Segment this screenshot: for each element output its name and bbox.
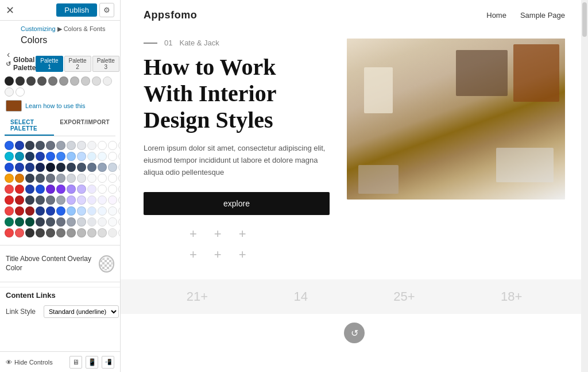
close-button[interactable]: ✕ bbox=[6, 4, 14, 17]
sw-db10[interactable] bbox=[98, 163, 107, 172]
sw-rb12[interactable] bbox=[118, 206, 120, 216]
sw-gr10[interactable] bbox=[98, 217, 107, 227]
sw-rg10[interactable] bbox=[98, 228, 107, 237]
swatch-off-white[interactable] bbox=[5, 87, 14, 97]
palette-tab-1[interactable]: Palette 1 bbox=[36, 56, 63, 72]
overlay-color-picker[interactable] bbox=[99, 255, 114, 273]
sw-a5[interactable] bbox=[46, 174, 55, 183]
sw-rb2[interactable] bbox=[15, 206, 24, 216]
sw-ri5[interactable] bbox=[46, 195, 55, 205]
sw-ri3[interactable] bbox=[25, 195, 34, 205]
sw-db5[interactable] bbox=[46, 163, 55, 172]
sw-rb10[interactable] bbox=[98, 206, 107, 216]
settings-button[interactable]: ⚙ bbox=[99, 3, 114, 17]
sw-slate2[interactable] bbox=[36, 141, 45, 150]
sw-bl3[interactable] bbox=[46, 152, 55, 161]
sw-wh3[interactable] bbox=[118, 141, 120, 150]
sw-db1[interactable] bbox=[5, 163, 14, 172]
sw-ri9[interactable] bbox=[87, 195, 96, 205]
sw-rb8[interactable] bbox=[77, 206, 86, 216]
sw-rg12[interactable] bbox=[118, 228, 120, 237]
sw-cyan1[interactable] bbox=[5, 152, 14, 161]
sw-slate3[interactable] bbox=[46, 141, 55, 150]
sw-rg3[interactable] bbox=[25, 228, 34, 237]
sw-a8[interactable] bbox=[77, 174, 86, 183]
breadcrumb-customizing[interactable]: Customizing bbox=[21, 25, 56, 32]
sw-rg11[interactable] bbox=[108, 228, 117, 237]
sw-bl4[interactable] bbox=[56, 152, 65, 161]
sw-purple1[interactable] bbox=[46, 185, 55, 194]
sw-gr9[interactable] bbox=[87, 217, 96, 227]
sw-navy2[interactable] bbox=[36, 152, 45, 161]
sw-a12[interactable] bbox=[118, 174, 120, 183]
palette-tab-2[interactable]: Palette 2 bbox=[64, 56, 91, 72]
sw-ri8[interactable] bbox=[77, 195, 86, 205]
sw-rg9[interactable] bbox=[87, 228, 96, 237]
sw-lb2[interactable] bbox=[77, 152, 86, 161]
sw-rb9[interactable] bbox=[87, 206, 96, 216]
sw-lb1[interactable] bbox=[67, 152, 76, 161]
sw-rp12[interactable] bbox=[118, 185, 120, 194]
swatch-light[interactable] bbox=[81, 76, 90, 86]
sw-red2[interactable] bbox=[15, 185, 24, 194]
sw-rb4[interactable] bbox=[36, 206, 45, 216]
palette-tab-3[interactable]: Palette 3 bbox=[92, 56, 119, 72]
sw-violet3[interactable] bbox=[87, 185, 96, 194]
tab-export-import[interactable]: EXPORT/IMPORT bbox=[54, 116, 115, 136]
sw-gr11[interactable] bbox=[108, 217, 117, 227]
sw-gray3[interactable] bbox=[77, 141, 86, 150]
sw-rb7[interactable] bbox=[67, 206, 76, 216]
hide-controls-button[interactable]: 👁 Hide Controls bbox=[6, 359, 53, 366]
swatch-d3[interactable] bbox=[37, 76, 47, 86]
sw-a3[interactable] bbox=[25, 174, 34, 183]
back-button[interactable]: ‹ bbox=[7, 49, 10, 60]
sw-gr6[interactable] bbox=[56, 217, 65, 227]
sw-gray1[interactable] bbox=[56, 141, 65, 150]
sw-db7[interactable] bbox=[67, 163, 76, 172]
sw-cyan2[interactable] bbox=[15, 152, 24, 161]
publish-button[interactable]: Publish bbox=[56, 3, 97, 17]
tablet-icon[interactable]: 📱 bbox=[86, 356, 98, 369]
sw-gr1[interactable] bbox=[5, 217, 14, 227]
preview-scrollbar[interactable] bbox=[581, 0, 588, 372]
swatch-d2[interactable] bbox=[26, 76, 36, 86]
sw-db12[interactable] bbox=[118, 163, 120, 172]
sw-wh2[interactable] bbox=[108, 141, 117, 150]
sw-a4[interactable] bbox=[36, 174, 45, 183]
sw-gr12[interactable] bbox=[118, 217, 120, 227]
swatch-black[interactable] bbox=[5, 76, 14, 86]
sw-db6[interactable] bbox=[56, 163, 65, 172]
sw-blue1[interactable] bbox=[5, 141, 14, 150]
sw-slate1[interactable] bbox=[25, 141, 34, 150]
swatch-lighter[interactable] bbox=[92, 76, 101, 86]
desktop-icon[interactable]: 🖥 bbox=[69, 356, 82, 369]
sw-rb1[interactable] bbox=[5, 206, 14, 216]
sw-ri12[interactable] bbox=[118, 195, 120, 205]
sw-db4[interactable] bbox=[36, 163, 45, 172]
sw-rp3[interactable] bbox=[25, 185, 34, 194]
sw-gr2[interactable] bbox=[15, 217, 24, 227]
sw-rg5[interactable] bbox=[46, 228, 55, 237]
swatch-gray[interactable] bbox=[48, 76, 57, 86]
link-style-select[interactable]: Standard (underline) None Bold Italic bbox=[44, 305, 119, 318]
swatch-silver[interactable] bbox=[70, 76, 79, 86]
sw-rg1[interactable] bbox=[5, 228, 14, 237]
sw-a10[interactable] bbox=[98, 174, 107, 183]
preview-explore-button[interactable]: explore bbox=[144, 192, 330, 215]
sw-blue2[interactable] bbox=[15, 141, 24, 150]
mobile-icon[interactable]: 📲 bbox=[102, 356, 114, 369]
nav-link-home[interactable]: Home bbox=[486, 11, 506, 20]
sw-wh1[interactable] bbox=[98, 141, 107, 150]
sw-ri2[interactable] bbox=[15, 195, 24, 205]
sw-rg8[interactable] bbox=[77, 228, 86, 237]
sw-rb11[interactable] bbox=[108, 206, 117, 216]
sw-ri10[interactable] bbox=[98, 195, 107, 205]
sw-db3[interactable] bbox=[25, 163, 34, 172]
sw-violet1[interactable] bbox=[67, 185, 76, 194]
sw-amber1[interactable] bbox=[5, 174, 14, 183]
sw-a7[interactable] bbox=[67, 174, 76, 183]
swatch-white[interactable] bbox=[16, 87, 25, 97]
sw-rg6[interactable] bbox=[56, 228, 65, 237]
sw-navy1[interactable] bbox=[25, 152, 34, 161]
sw-gr5[interactable] bbox=[46, 217, 55, 227]
